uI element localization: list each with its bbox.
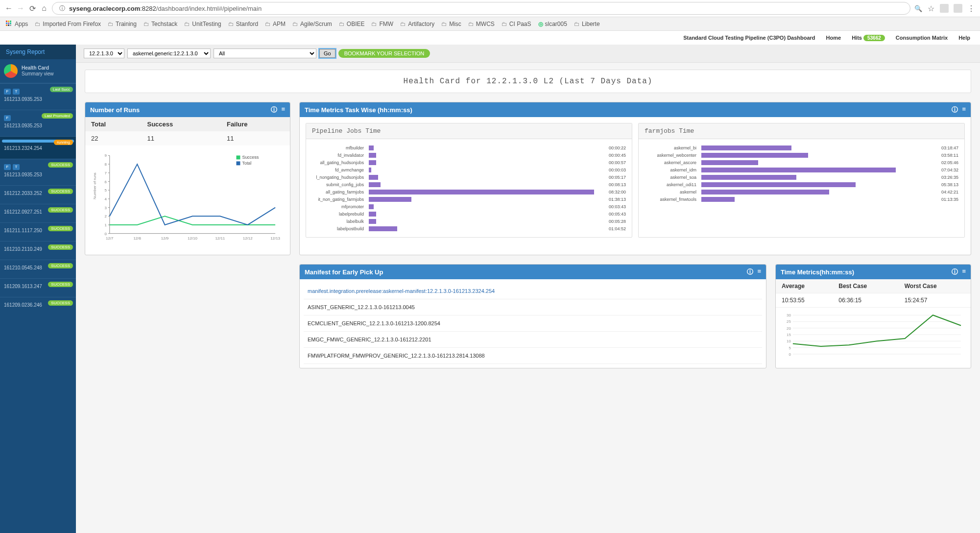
folder-icon: 🗀 <box>265 21 271 27</box>
svg-text:12/11: 12/11 <box>215 236 225 241</box>
apps-label: Apps <box>15 21 28 27</box>
bookmark-folder[interactable]: 🗀UnitTesting <box>184 21 221 27</box>
info-icon[interactable]: ⓘ <box>271 105 277 114</box>
bookmark-folder[interactable]: 🗀FMW <box>371 21 393 27</box>
svg-text:2: 2 <box>104 214 107 218</box>
svg-rect-31 <box>237 161 240 165</box>
bookmark-folder[interactable]: 🗀Imported From Firefox <box>35 21 101 27</box>
nav-back-icon[interactable]: ← <box>5 4 13 12</box>
svg-text:12/10: 12/10 <box>188 236 197 241</box>
nav-forward-icon[interactable]: → <box>17 4 24 12</box>
svg-text:3: 3 <box>104 206 107 210</box>
svg-text:12/8: 12/8 <box>133 236 141 241</box>
info-icon[interactable]: ⓘ <box>747 267 753 276</box>
bar-row: labelpostbuild01:04:52 <box>312 225 626 232</box>
apps-button[interactable]: Apps <box>6 21 28 27</box>
url-text: syseng.oraclecorp.com:8282/dashboard/ind… <box>69 5 262 12</box>
filter-version-select[interactable]: 12.2.1.3.0 <box>84 48 124 58</box>
svg-text:6: 6 <box>104 180 107 184</box>
bar-row: askernel_fmwtools01:13:35 <box>645 195 958 203</box>
nav-consumption[interactable]: Consumption Matrix <box>896 35 948 41</box>
bookmark-folder[interactable]: 🗀OBIEE <box>339 21 365 27</box>
manifest-row: ASINST_GENERIC_12.2.1.3.0-161213.0045 <box>304 299 762 315</box>
svg-text:12/13: 12/13 <box>270 236 280 241</box>
filter-all-select[interactable]: All <box>214 48 316 58</box>
chip-f-icon: F <box>4 89 11 95</box>
bar-row: askernel_odi1105:38:13 <box>645 181 958 188</box>
go-button[interactable]: Go <box>319 49 335 58</box>
menu-lines-icon[interactable]: ≡ <box>757 267 761 276</box>
health-card-banner: Health Card for 12.2.1.3.0 L2 (Last 7 Da… <box>85 70 971 93</box>
bar-row: labelbulk00:05:28 <box>312 218 626 225</box>
bookmark-slcar[interactable]: ◎slcar005 <box>538 21 567 27</box>
reload-icon[interactable]: ⟳ <box>28 4 36 12</box>
runs-line-chart: 012345678912/712/812/912/1012/1112/1212/… <box>85 145 290 255</box>
nav-help[interactable]: Help <box>958 35 970 41</box>
svg-text:5: 5 <box>104 188 107 193</box>
svg-text:8: 8 <box>104 162 107 167</box>
menu-lines-icon[interactable]: ≡ <box>281 105 285 114</box>
sidebar-item[interactable]: SUCCESS161211.1117.250 <box>0 222 76 241</box>
folder-icon: 🗀 <box>292 21 298 27</box>
sidebar-item[interactable]: SUCCESS161210.2110.249 <box>0 241 76 260</box>
info-icon[interactable]: ⓘ <box>952 105 958 114</box>
menu-icon[interactable]: ⋮ <box>967 4 975 12</box>
svg-text:0: 0 <box>789 352 791 357</box>
home-icon[interactable]: ⌂ <box>40 4 48 12</box>
bookmark-folder[interactable]: 🗀Misc <box>441 21 461 27</box>
bookmark-folder[interactable]: 🗀Training <box>108 21 137 27</box>
manifest-row[interactable]: manifest.integration.prerelease:askernel… <box>304 283 762 299</box>
svg-text:Number of runs: Number of runs <box>93 172 97 199</box>
star-icon[interactable]: ☆ <box>927 4 935 12</box>
bookmark-folder[interactable]: 🗀Artifactory <box>400 21 434 27</box>
sidebar-item[interactable]: FLast Promoted161213.0935.253 <box>0 110 76 136</box>
bookmark-folder[interactable]: 🗀Techstack <box>143 21 177 27</box>
bar-row: askernel_idm07:04:32 <box>645 166 958 173</box>
filter-kernel-select[interactable]: askernel.generic:12.2.1.3.0 <box>127 48 211 58</box>
number-of-runs-panel: Number of Runs ⓘ ≡ TotalSuccessFailure 2… <box>85 102 290 255</box>
sidebar-item[interactable]: SUCCESS161210.0545.248 <box>0 260 76 278</box>
manifest-row: EMGC_FMWC_GENERIC_12.2.1.3.0-161212.2201 <box>304 332 762 348</box>
bookmark-folder[interactable]: 🗀Stanford <box>228 21 258 27</box>
bookmark-folder[interactable]: 🗀CI PaaS <box>502 21 531 27</box>
bookmark-selection-button[interactable]: BOOKMARK YOUR SELECTION <box>338 49 430 58</box>
menu-lines-icon[interactable]: ≡ <box>962 267 966 276</box>
manifest-row: FMWPLATFORM_FMWPROV_GENERIC_12.2.1.3.0-1… <box>304 348 762 364</box>
nav-home[interactable]: Home <box>826 35 841 41</box>
bookmark-folder[interactable]: 🗀Agile/Scrum <box>292 21 332 27</box>
search-icon[interactable]: 🔍 <box>914 4 922 12</box>
sidebar-health-card-header[interactable]: Health Card Summary view <box>0 59 76 83</box>
bar-row: submit_config_jobs00:08:13 <box>312 181 626 188</box>
chip-f-icon: F <box>4 164 11 170</box>
svg-text:30: 30 <box>787 313 791 317</box>
bookmark-liberte[interactable]: 🗀Liberte <box>574 21 600 27</box>
sidebar-item[interactable]: FTSUCCESS161213.0935.253 <box>0 159 76 185</box>
extension2-icon[interactable] <box>954 4 962 13</box>
menu-lines-icon[interactable]: ≡ <box>962 105 966 114</box>
svg-text:25: 25 <box>787 319 791 324</box>
bar-row: fd_avmchange00:00:03 <box>312 166 626 173</box>
status-badge: SUCCESS <box>48 244 73 250</box>
sidebar-item[interactable]: SUCCESS161212.0927.251 <box>0 204 76 222</box>
extension1-icon[interactable] <box>940 4 949 13</box>
url-bar[interactable]: ⓘ syseng.oraclecorp.com:8282/dashboard/i… <box>52 2 910 15</box>
sidebar-item[interactable]: SUCCESS161209.0236.246 <box>0 297 76 315</box>
chip-t-icon: T <box>13 164 20 170</box>
bar-row: labelprebuild00:05:43 <box>312 210 626 218</box>
sidebar-item[interactable]: running161213.2324.254 <box>0 136 76 159</box>
svg-text:15: 15 <box>787 333 791 337</box>
bookmark-folder[interactable]: 🗀APM <box>265 21 286 27</box>
svg-text:12/7: 12/7 <box>106 236 114 241</box>
nav-hits[interactable]: Hits 53662 <box>852 35 885 41</box>
sidebar-item[interactable]: FTLast Succ161213.0935.253 <box>0 83 76 110</box>
sidebar-item[interactable]: SUCCESS161212.2033.252 <box>0 185 76 204</box>
bookmark-folder[interactable]: 🗀MWCS <box>468 21 495 27</box>
chip-f-icon: F <box>4 115 11 121</box>
sidebar-brand[interactable]: Syseng Report <box>0 45 76 59</box>
sidebar-item[interactable]: SUCCESS161209.1613.247 <box>0 278 76 297</box>
info-icon[interactable]: ⓘ <box>952 267 958 276</box>
bar-row: all_gating_hudsonjobs00:00:57 <box>312 159 626 166</box>
health-card-logo-icon <box>4 64 18 78</box>
bar-row: l_nongating_hudsonjobs00:05:17 <box>312 173 626 181</box>
site-info-icon[interactable]: ⓘ <box>58 4 66 12</box>
